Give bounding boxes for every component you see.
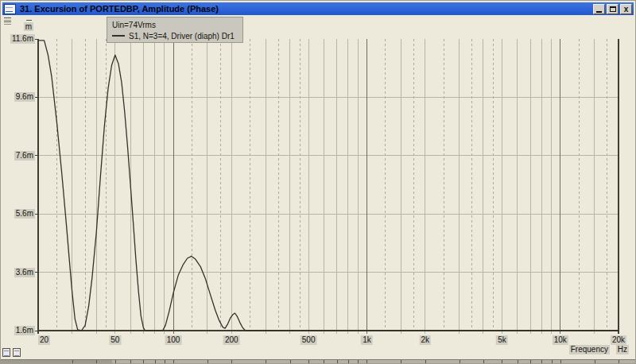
x-axis-unit: Hz: [616, 345, 629, 354]
y-tick-label: 7.6m: [14, 151, 35, 161]
y-tick-label: 1.6m: [14, 326, 35, 335]
background-window-tick: [155, 360, 156, 364]
background-window-tick: [72, 360, 73, 364]
background-window-tick: [173, 360, 174, 364]
y-axis-unit: m: [24, 22, 33, 31]
background-window-tick: [130, 360, 131, 364]
background-window-tick: [143, 360, 144, 364]
axis-tool-icon[interactable]: [4, 17, 13, 25]
background-window-tick: [619, 360, 619, 364]
background-window-tick: [207, 360, 208, 364]
background-window-tick: [552, 360, 553, 364]
background-window-tick: [324, 360, 324, 364]
background-window-tick: [308, 360, 309, 364]
x-tick-label: 5k: [496, 335, 508, 345]
background-window-tick: [348, 360, 349, 364]
x-tick-label: 200: [223, 335, 240, 345]
y-tick-label: 11.6m: [10, 34, 35, 44]
legend-input-voltage: Uin=74Vrms: [112, 21, 156, 29]
background-window-tick: [358, 360, 359, 364]
background-window-tick: [541, 360, 542, 364]
app-window: 31. Excursion of PORTEDBP, Amplitude (Ph…: [0, 0, 636, 364]
y-tick-label: 5.6m: [14, 209, 35, 219]
chart-legend: Uin=74Vrms S1, N=3=4, Driver (diaph) Dr1: [107, 17, 243, 43]
x-tick-label: 20k: [611, 335, 626, 345]
series-line-sample: [112, 35, 125, 37]
x-tick-label: 1k: [361, 335, 373, 345]
background-window-tick: [266, 360, 266, 364]
background-window-tick: [502, 360, 502, 364]
background-window-tick: [483, 360, 484, 364]
x-tick-label: 50: [109, 335, 121, 345]
excursion-curve: [38, 41, 619, 331]
page-icon[interactable]: [13, 348, 21, 357]
background-window-tick: [165, 360, 165, 364]
y-tick-label: 3.6m: [14, 268, 35, 277]
x-tick-label: 20: [38, 335, 50, 345]
background-window-tick: [595, 360, 595, 364]
background-window-tick: [425, 360, 426, 364]
background-window-tick: [337, 360, 338, 364]
background-window-tick: [290, 360, 291, 364]
background-window-tick: [560, 360, 561, 364]
background-window-tick: [530, 360, 531, 364]
y-tick-label: 9.6m: [14, 92, 35, 102]
background-window-tick: [96, 360, 97, 364]
background-window-edge[interactable]: [1, 359, 636, 364]
x-tick-label: 500: [301, 335, 317, 345]
background-window-tick: [366, 360, 367, 364]
legend-series-label: S1, N=3=4, Driver (diaph) Dr1: [129, 32, 235, 41]
x-tick-label: 2k: [419, 335, 431, 345]
page-icon[interactable]: [2, 348, 10, 357]
x-tick-label: 10k: [553, 335, 568, 345]
background-window-tick: [115, 360, 116, 364]
background-window-tick: [518, 360, 518, 364]
background-window-block: [1, 360, 112, 364]
excursion-chart: [1, 1, 636, 364]
x-axis-title: Frequency: [569, 345, 610, 354]
x-tick-label: 100: [165, 335, 182, 345]
background-window-tick: [460, 360, 460, 364]
background-window-tick: [401, 360, 401, 364]
background-window-tick: [231, 360, 232, 364]
